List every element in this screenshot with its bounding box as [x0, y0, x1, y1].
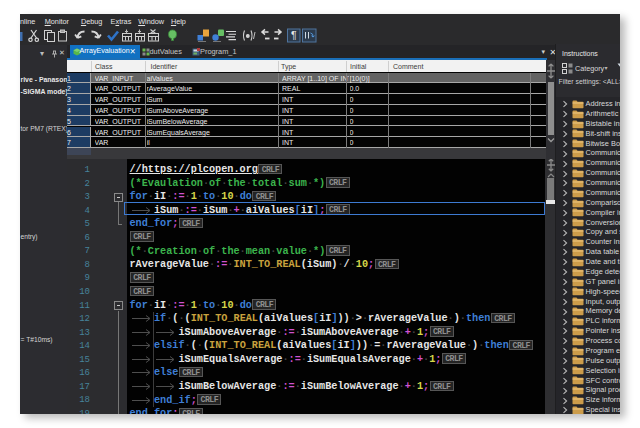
svg-text:¶: ¶ [290, 29, 296, 41]
